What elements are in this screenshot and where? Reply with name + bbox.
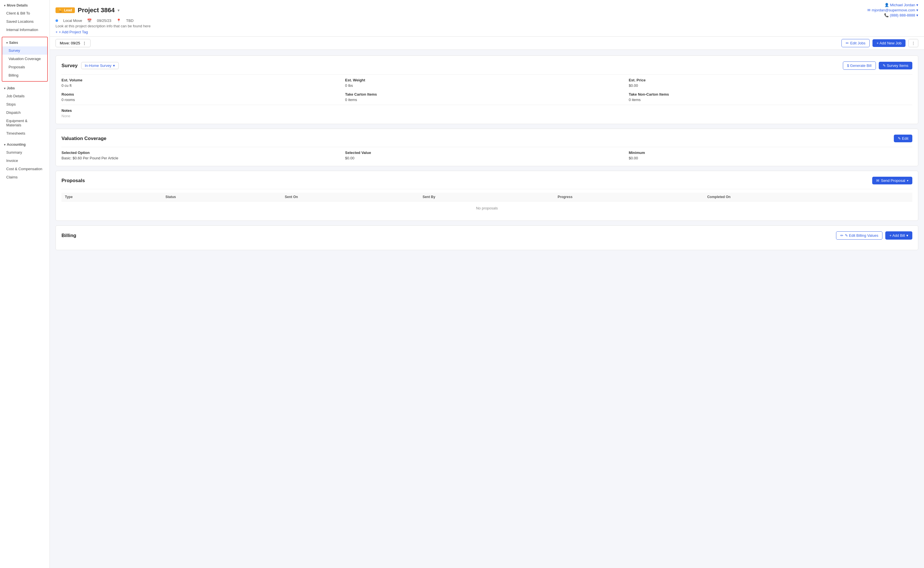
stat-est-volume-value: 0 cu ft bbox=[62, 83, 345, 88]
user-name: Michael Jordan bbox=[890, 3, 915, 7]
survey-card: Survey In-Home Survey ▾ $ Generate Bill … bbox=[56, 56, 918, 124]
sidebar-section-label-jobs: Jobs bbox=[7, 86, 15, 90]
move-dest: TBD bbox=[126, 18, 133, 23]
dots-icon: ⋮ bbox=[912, 41, 915, 45]
sidebar-item-dispatch[interactable]: Dispatch bbox=[0, 109, 50, 117]
chevron-down-icon-sales: ▾ bbox=[6, 41, 8, 44]
sidebar-item-invoice[interactable]: Invoice bbox=[0, 157, 50, 165]
billing-card-header: Billing ✏ ✎ Edit Billing Values + Add Bi… bbox=[62, 231, 912, 240]
notes-section: Notes None bbox=[62, 105, 912, 118]
edit-jobs-label: Edit Jobs bbox=[850, 41, 865, 45]
proposals-header-row: Type Status Sent On Sent By Progress Com… bbox=[62, 193, 912, 201]
sidebar-item-client-bill-to[interactable]: Client & Bill To bbox=[0, 9, 50, 17]
send-proposal-button[interactable]: ✉ Send Proposal ▾ bbox=[872, 177, 912, 184]
sidebar-item-job-details[interactable]: Job Details bbox=[0, 92, 50, 100]
proposals-table-body: No proposals bbox=[62, 201, 912, 215]
sidebar-section-header-accounting[interactable]: ▾ Accounting bbox=[0, 141, 50, 148]
sidebar-item-proposals[interactable]: Proposals bbox=[2, 63, 47, 71]
valuation-card-header: Valuation Coverage ✎ Edit bbox=[62, 134, 912, 142]
user-email-link[interactable]: ✉ mjordan@supermove.com ▾ bbox=[867, 8, 918, 12]
chevron-down-icon: ▾ bbox=[4, 4, 5, 7]
move-tab-button[interactable]: Move: 09/25 ⋮ bbox=[56, 39, 91, 47]
sidebar-item-billing[interactable]: Billing bbox=[2, 71, 47, 79]
generate-bill-button[interactable]: $ Generate Bill bbox=[843, 62, 876, 70]
header-row1: 🏆 Lead Project 3864 ▾ 👤 Michael Jordan ▾… bbox=[56, 3, 918, 17]
sidebar-item-saved-locations[interactable]: Saved Locations bbox=[0, 17, 50, 26]
valuation-edit-label: ✎ Edit bbox=[898, 136, 908, 140]
sidebar-item-claims[interactable]: Claims bbox=[0, 173, 50, 181]
email-chevron-icon: ▾ bbox=[916, 8, 918, 12]
stat-est-volume: Est. Volume 0 cu ft bbox=[62, 78, 345, 88]
pencil-icon-billing: ✏ bbox=[840, 233, 844, 238]
edit-billing-values-button[interactable]: ✏ ✎ Edit Billing Values bbox=[836, 231, 883, 240]
add-bill-button[interactable]: + Add Bill ▾ bbox=[885, 231, 912, 240]
sidebar-section-header-sales[interactable]: ▾ Sales bbox=[2, 39, 47, 46]
user-phone-link[interactable]: 📞 (888) 888-8888 ▾ bbox=[884, 13, 918, 17]
add-new-job-button[interactable]: + Add New Job bbox=[873, 39, 906, 47]
billing-actions: ✏ ✎ Edit Billing Values + Add Bill ▾ bbox=[836, 231, 912, 240]
move-tab-label: Move: 09/25 bbox=[60, 41, 80, 45]
stat-est-volume-label: Est. Volume bbox=[62, 78, 345, 82]
sidebar-item-internal-information[interactable]: Internal Information bbox=[0, 26, 50, 34]
stat-rooms-value: 0 rooms bbox=[62, 98, 345, 102]
proposals-empty-row: No proposals bbox=[62, 201, 912, 215]
more-options-button[interactable]: ⋮ bbox=[908, 39, 918, 47]
valuation-edit-button[interactable]: ✎ Edit bbox=[894, 134, 912, 142]
add-new-job-label: + Add New Job bbox=[876, 41, 901, 45]
survey-items-button[interactable]: ✎ Survey Items bbox=[879, 62, 912, 69]
survey-type-label: In-Home Survey bbox=[85, 63, 112, 68]
proposals-col-sent-on: Sent On bbox=[281, 193, 419, 201]
user-icon: 👤 bbox=[885, 3, 889, 7]
val-minimum-col: Minimum $0.00 bbox=[629, 151, 912, 160]
add-tag-label: + Add Project Tag bbox=[59, 30, 88, 34]
pencil-icon-edit-jobs: ✏ bbox=[846, 41, 849, 45]
valuation-card-title: Valuation Coverage bbox=[62, 136, 106, 141]
user-name-link[interactable]: 👤 Michael Jordan ▾ bbox=[885, 3, 918, 7]
proposals-divider bbox=[62, 189, 912, 189]
sidebar-item-timesheets[interactable]: Timesheets bbox=[0, 129, 50, 137]
sidebar: ▾ Move Details Client & Bill To Saved Lo… bbox=[0, 0, 50, 568]
survey-card-header-left: Survey In-Home Survey ▾ bbox=[62, 62, 119, 69]
lead-badge: 🏆 Lead bbox=[56, 8, 75, 13]
mail-icon: ✉ bbox=[867, 8, 871, 12]
sidebar-item-equipment-materials[interactable]: Equipment & Materials bbox=[0, 117, 50, 129]
title-chevron-icon[interactable]: ▾ bbox=[118, 8, 119, 12]
job-actions: ✏ Edit Jobs + Add New Job ⋮ bbox=[841, 39, 918, 47]
sidebar-section-header-move-details[interactable]: ▾ Move Details bbox=[0, 2, 50, 9]
survey-stats-grid: Est. Volume 0 cu ft Est. Weight 0 lbs Es… bbox=[62, 78, 912, 102]
stat-carton-label: Take Carton Items bbox=[345, 92, 629, 97]
send-proposal-label: Send Proposal bbox=[881, 178, 905, 183]
survey-items-label: ✎ Survey Items bbox=[883, 63, 908, 68]
proposals-card-header: Proposals ✉ Send Proposal ▾ bbox=[62, 177, 912, 184]
val-selected-option-header: Selected Option bbox=[62, 151, 345, 155]
send-proposal-chevron-icon: ▾ bbox=[907, 179, 908, 182]
chevron-down-icon-accounting: ▾ bbox=[4, 143, 5, 146]
calendar-icon: 📅 bbox=[87, 18, 92, 23]
header-right: 👤 Michael Jordan ▾ ✉ mjordan@supermove.c… bbox=[867, 3, 918, 17]
proposals-empty-message: No proposals bbox=[62, 201, 912, 215]
add-bill-chevron-icon: ▾ bbox=[906, 233, 908, 238]
stat-carton-items: Take Carton Items 0 items bbox=[345, 92, 629, 102]
sidebar-item-stops[interactable]: Stops bbox=[0, 100, 50, 109]
sidebar-item-survey[interactable]: Survey bbox=[2, 46, 47, 54]
header-row2: Local Move 📅 09/25/23 📍 TBD bbox=[56, 18, 918, 23]
top-header: 🏆 Lead Project 3864 ▾ 👤 Michael Jordan ▾… bbox=[50, 0, 924, 37]
phone-icon: 📞 bbox=[884, 13, 889, 17]
sidebar-item-summary[interactable]: Summary bbox=[0, 148, 50, 157]
sidebar-item-cost-compensation[interactable]: Cost & Compensation bbox=[0, 165, 50, 173]
survey-card-actions: $ Generate Bill ✎ Survey Items bbox=[843, 62, 912, 70]
add-bill-label: + Add Bill bbox=[889, 233, 905, 238]
move-date: 09/25/23 bbox=[97, 18, 111, 23]
add-project-tag-button[interactable]: + + Add Project Tag bbox=[56, 30, 918, 34]
sidebar-item-valuation-coverage[interactable]: Valuation Coverage bbox=[2, 54, 47, 63]
edit-jobs-button[interactable]: ✏ Edit Jobs bbox=[841, 39, 870, 47]
sidebar-section-header-jobs[interactable]: ▾ Jobs bbox=[0, 85, 50, 92]
envelope-icon: ✉ bbox=[876, 178, 879, 183]
valuation-grid: Selected Option Basic: $0.60 Per Pound P… bbox=[62, 151, 912, 160]
survey-type-button[interactable]: In-Home Survey ▾ bbox=[81, 62, 119, 69]
stat-non-carton-items: Take Non-Carton Items 0 items bbox=[629, 92, 912, 102]
move-tab-dots-icon: ⋮ bbox=[83, 41, 86, 45]
val-selected-option-col: Selected Option Basic: $0.60 Per Pound P… bbox=[62, 151, 345, 160]
user-email: mjordan@supermove.com bbox=[872, 8, 915, 12]
billing-card-title: Billing bbox=[62, 233, 76, 239]
